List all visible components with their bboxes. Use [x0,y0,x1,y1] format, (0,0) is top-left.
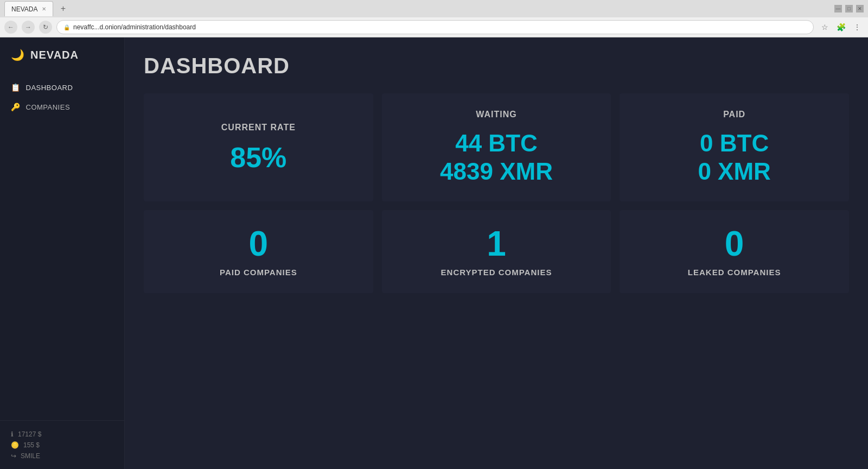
close-window-button[interactable]: ✕ [856,5,864,12]
paid-companies-label: PAID COMPANIES [220,268,297,277]
encrypted-companies-value: 1 [487,226,506,261]
sidebar-item-companies-label: COMPANIES [26,103,71,111]
paid-card: PAID 0 BTC 0 XMR [620,93,849,201]
back-button[interactable]: ← [4,21,17,34]
sidebar-navigation: 📋 DASHBOARD 🔑 COMPANIES [0,72,124,420]
window-controls: — □ ✕ [834,5,864,12]
footer-smile-value: SMILE [21,452,40,460]
paid-companies-card: 0 PAID COMPANIES [144,210,373,293]
paid-btc-value: 0 BTC [700,130,769,156]
lock-icon: 🔒 [63,24,70,30]
brand-name: NEVADA [30,49,79,61]
dashboard-bottom-row: 0 PAID COMPANIES 1 ENCRYPTED COMPANIES 0… [144,210,849,293]
footer-item-smile: ↪ SMILE [11,451,113,461]
menu-button[interactable]: ⋮ [851,21,864,34]
app-layout: 🌙 NEVADA 📋 DASHBOARD 🔑 COMPANIES ℹ 17127… [0,37,868,469]
paid-companies-value: 0 [249,226,269,261]
browser-actions: ☆ 🧩 ⋮ [818,21,864,34]
footer-btc-value: 17127 $ [18,430,41,438]
info-icon: ℹ [11,430,14,438]
page-title: DASHBOARD [144,54,849,78]
refresh-button[interactable]: ↻ [39,21,52,34]
leaked-companies-label: LEAKED COMPANIES [688,268,781,277]
leaked-companies-value: 0 [725,226,744,261]
main-content: DASHBOARD CURRENT RATE 85% WAITING 44 BT… [125,37,868,469]
sidebar-footer: ℹ 17127 $ 🪙 155 $ ↪ SMILE [0,420,124,469]
encrypted-companies-card: 1 ENCRYPTED COMPANIES [382,210,611,293]
extensions-button[interactable]: 🧩 [834,21,847,34]
sidebar-item-dashboard-label: DASHBOARD [26,84,73,92]
current-rate-value: 85% [230,143,286,172]
browser-chrome: NEVADA ✕ + — □ ✕ ← → ↻ 🔒 nevaffc...d.oni… [0,0,868,37]
coin-icon: 🪙 [11,441,19,449]
forward-button[interactable]: → [22,21,35,34]
encrypted-companies-label: ENCRYPTED COMPANIES [441,268,552,277]
url-display: nevaffc...d.onion/administration/dashboa… [73,23,196,31]
sidebar: 🌙 NEVADA 📋 DASHBOARD 🔑 COMPANIES ℹ 17127… [0,37,125,469]
bookmark-button[interactable]: ☆ [818,21,831,34]
browser-tab[interactable]: NEVADA ✕ [4,1,53,16]
tab-title: NEVADA [11,5,37,13]
current-rate-label: CURRENT RATE [221,123,296,132]
paid-label: PAID [723,110,745,119]
waiting-xmr-value: 4839 XMR [440,159,553,185]
companies-icon: 🔑 [11,103,21,111]
exit-icon: ↪ [11,452,16,460]
browser-controls: ← → ↻ 🔒 nevaffc...d.onion/administration… [0,17,868,37]
leaked-companies-card: 0 LEAKED COMPANIES [620,210,849,293]
current-rate-card: CURRENT RATE 85% [144,93,373,201]
dashboard-icon: 📋 [11,83,21,92]
dashboard-top-row: CURRENT RATE 85% WAITING 44 BTC 4839 XMR… [144,93,849,201]
waiting-card: WAITING 44 BTC 4839 XMR [382,93,611,201]
minimize-button[interactable]: — [834,5,842,12]
waiting-btc-value: 44 BTC [455,130,538,156]
brand-moon-icon: 🌙 [11,48,25,61]
browser-titlebar: NEVADA ✕ + — □ ✕ [0,0,868,17]
address-bar[interactable]: 🔒 nevaffc...d.onion/administration/dashb… [56,20,814,34]
maximize-button[interactable]: □ [845,5,853,12]
paid-values: 0 BTC 0 XMR [630,130,838,185]
sidebar-item-dashboard[interactable]: 📋 DASHBOARD [0,78,124,97]
waiting-label: WAITING [476,110,516,119]
tab-close-button[interactable]: ✕ [42,6,46,12]
paid-xmr-value: 0 XMR [698,159,770,185]
waiting-values: 44 BTC 4839 XMR [393,130,601,185]
sidebar-brand: 🌙 NEVADA [0,37,124,72]
footer-xmr-value: 155 $ [23,441,40,449]
footer-item-xmr: 🪙 155 $ [11,440,113,451]
footer-item-btc: ℹ 17127 $ [11,429,113,440]
sidebar-item-companies[interactable]: 🔑 COMPANIES [0,97,124,117]
new-tab-button[interactable]: + [55,1,71,16]
